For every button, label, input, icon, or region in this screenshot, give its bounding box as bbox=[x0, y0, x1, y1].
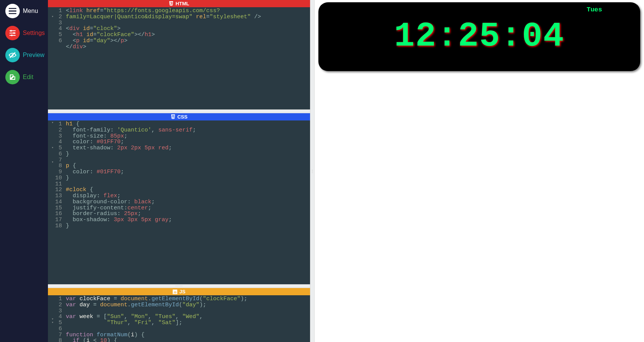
js-pane-header[interactable]: JS JS bbox=[48, 288, 310, 295]
resizer-css-js[interactable] bbox=[48, 284, 310, 288]
html-pane-label: HTML bbox=[175, 1, 189, 6]
js-line-numbers: 1234567891011121314151617 bbox=[54, 295, 64, 342]
clock-face: 12:25:04 bbox=[334, 17, 625, 56]
js-icon: JS bbox=[173, 289, 178, 294]
svg-text:JS: JS bbox=[173, 291, 177, 294]
html-code[interactable]: <link href="https://fonts.googleapis.com… bbox=[64, 7, 261, 109]
svg-point-2 bbox=[11, 35, 13, 36]
html-line-numbers: 123456 bbox=[54, 7, 64, 109]
css-pane-label: CSS bbox=[177, 114, 188, 120]
svg-point-0 bbox=[10, 30, 12, 32]
pencil-square-icon bbox=[5, 70, 20, 84]
resizer-editors-preview[interactable] bbox=[310, 0, 315, 342]
menu-button[interactable]: Menu bbox=[0, 4, 48, 18]
sidebar: Menu Settings Preview Edit bbox=[0, 0, 48, 342]
js-fold-gutter[interactable]: ▾▾ ▾ bbox=[48, 295, 54, 342]
clock-widget: Tues 12:25:04 bbox=[318, 2, 640, 71]
eye-off-icon bbox=[5, 48, 20, 62]
preview-button[interactable]: Preview bbox=[0, 48, 48, 62]
css-code[interactable]: h1 { font-family: 'Quantico', sans-serif… bbox=[64, 120, 196, 284]
css-pane-header[interactable]: CSS bbox=[48, 113, 310, 120]
edit-label: Edit bbox=[23, 74, 33, 81]
preview-label: Preview bbox=[23, 52, 45, 59]
css3-icon bbox=[170, 114, 175, 119]
preview-pane: Tues 12:25:04 bbox=[315, 0, 644, 342]
hamburger-icon bbox=[5, 4, 20, 18]
js-code[interactable]: var clockFace = document.getElementById(… bbox=[64, 295, 247, 342]
resizer-html-css[interactable] bbox=[48, 109, 310, 113]
settings-button[interactable]: Settings bbox=[0, 26, 48, 40]
html-pane-header[interactable]: HTML bbox=[48, 0, 310, 7]
clock-day: Tues bbox=[587, 6, 602, 13]
html-editor[interactable]: ▾ 123456 <link href="https://fonts.googl… bbox=[48, 7, 310, 109]
svg-point-1 bbox=[13, 32, 15, 34]
html-fold-gutter[interactable]: ▾ bbox=[48, 7, 54, 109]
js-editor[interactable]: ▾▾ ▾ 1234567891011121314151617 var clock… bbox=[48, 295, 310, 342]
css-line-numbers: 123456789101112131415161718 bbox=[54, 120, 64, 284]
sliders-icon bbox=[5, 26, 20, 40]
editors-column: HTML ▾ 123456 <link href="https://fonts.… bbox=[48, 0, 310, 342]
menu-label: Menu bbox=[23, 8, 38, 14]
js-pane-label: JS bbox=[180, 289, 186, 294]
css-fold-gutter[interactable]: ▾ ▾ ▾ bbox=[48, 120, 54, 284]
settings-label: Settings bbox=[23, 30, 45, 36]
edit-button[interactable]: Edit bbox=[0, 70, 48, 84]
html5-icon bbox=[169, 1, 173, 6]
css-editor[interactable]: ▾ ▾ ▾ 123456789101112131415161718 h1 { f… bbox=[48, 120, 310, 284]
